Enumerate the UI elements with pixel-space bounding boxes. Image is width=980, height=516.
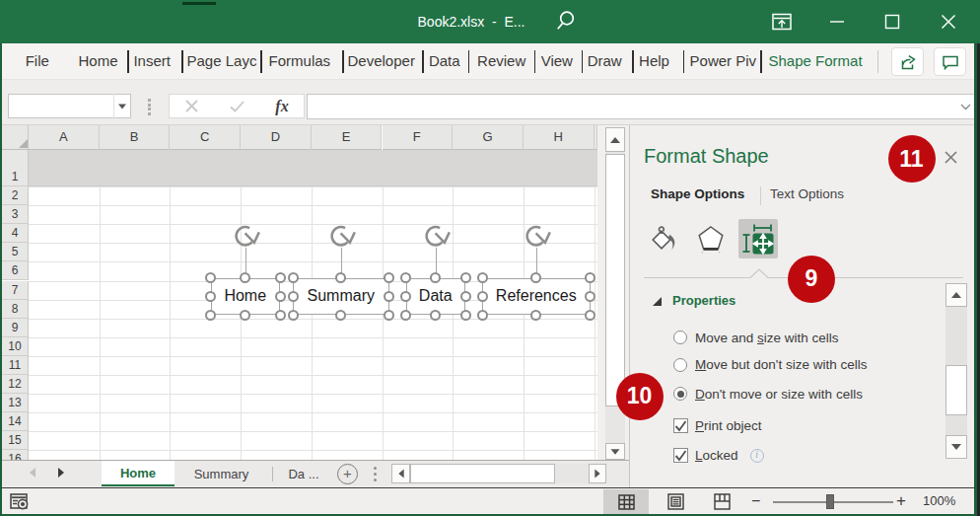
option-label[interactable]: Move and size with cells (695, 331, 839, 345)
minimize-icon[interactable] (814, 0, 860, 43)
row-header-15[interactable]: 15 (2, 431, 29, 450)
row-header-9[interactable]: 9 (2, 319, 29, 337)
properties-collapse-icon[interactable] (653, 297, 662, 306)
expand-formula-bar-icon[interactable] (954, 94, 976, 119)
row-header-7[interactable]: 7 (2, 281, 29, 300)
horizontal-scrollbar-thumb[interactable] (410, 464, 555, 483)
rotation-handle-icon[interactable] (424, 223, 452, 251)
row-header-8[interactable]: 8 (2, 300, 29, 319)
row-header-4[interactable]: 4 (2, 224, 29, 243)
option-label[interactable]: Don't move or size with cells (695, 387, 863, 402)
previous-sheet-icon[interactable] (30, 468, 35, 478)
search-icon[interactable] (542, 0, 588, 43)
insert-function-button[interactable]: fx (267, 94, 297, 118)
pane-close-icon[interactable] (943, 149, 958, 165)
pane-scroll-up-button[interactable] (945, 283, 968, 307)
macro-record-button[interactable] (10, 493, 30, 515)
fill-line-icon[interactable] (645, 219, 684, 258)
effects-icon[interactable] (691, 219, 731, 258)
column-header-e[interactable]: E (312, 125, 383, 150)
ribbon-tab-draw[interactable]: Draw (588, 43, 622, 80)
row-header-14[interactable]: 14 (2, 412, 29, 431)
row1-gray-fill[interactable] (29, 150, 597, 186)
row-header-2[interactable]: 2 (2, 186, 29, 205)
ribbon-tab-shape-format[interactable]: Shape Format (769, 43, 863, 80)
option-label[interactable]: Move but don't size with cells (695, 357, 867, 372)
selection-handle[interactable] (275, 272, 286, 283)
checkbox-print-object[interactable] (673, 418, 688, 433)
cancel-icon[interactable] (176, 94, 206, 118)
ribbon-tab-view[interactable]: View (541, 43, 573, 80)
page-layout-view-button[interactable] (653, 489, 698, 514)
new-sheet-button[interactable]: + (337, 464, 358, 484)
column-header-g[interactable]: G (453, 125, 524, 150)
scroll-left-button[interactable] (391, 464, 410, 483)
column-header-h[interactable]: H (524, 125, 595, 150)
ribbon-tab-page-layc[interactable]: Page Layc (187, 43, 257, 80)
formula-input[interactable] (307, 94, 976, 119)
selection-handle[interactable] (205, 291, 216, 302)
tab-text-options[interactable]: Text Options (770, 186, 844, 201)
sheet-tab-home[interactable]: Home (102, 461, 175, 486)
selection-handle[interactable] (335, 310, 346, 321)
vertical-scrollbar-thumb[interactable] (605, 154, 625, 406)
ribbon-display-options-icon[interactable] (759, 0, 805, 43)
radio-move-but-don-t-size-with-cells[interactable] (673, 358, 687, 372)
close-icon[interactable] (926, 0, 971, 43)
column-header-a[interactable]: A (29, 125, 100, 150)
ribbon-tab-insert[interactable]: Insert (133, 43, 171, 80)
selection-handle[interactable] (460, 291, 471, 302)
normal-view-button[interactable] (603, 489, 649, 514)
ribbon-tab-developer[interactable]: Developer (348, 43, 415, 80)
column-header-b[interactable]: B (100, 125, 171, 150)
share-button[interactable] (891, 47, 924, 76)
row-header-16[interactable]: 16 (2, 450, 29, 460)
selection-handle[interactable] (275, 291, 286, 302)
selection-handle[interactable] (477, 272, 488, 283)
selection-handle[interactable] (460, 272, 471, 283)
properties-section-title[interactable]: Properties (672, 293, 735, 308)
scroll-down-button[interactable] (605, 443, 625, 460)
selection-handle[interactable] (275, 310, 286, 321)
ribbon-tab-file[interactable]: File (26, 43, 49, 80)
column-header-d[interactable]: D (241, 125, 312, 150)
pane-scroll-down-button[interactable] (945, 435, 968, 459)
selection-handle[interactable] (585, 310, 595, 321)
selection-handle[interactable] (288, 310, 299, 321)
option-label[interactable]: Locked (695, 448, 738, 463)
selection-handle[interactable] (288, 272, 299, 283)
selection-handle[interactable] (530, 310, 541, 321)
ribbon-tab-home[interactable]: Home (79, 43, 118, 80)
scroll-up-button[interactable] (605, 127, 625, 152)
row-header-6[interactable]: 6 (2, 261, 29, 280)
ribbon-tab-review[interactable]: Review (477, 43, 525, 80)
tab-bar-resize-handle[interactable] (374, 467, 377, 484)
selection-handle[interactable] (400, 272, 411, 283)
selection-handle[interactable] (240, 310, 250, 321)
sheet-tab-da-[interactable]: Da ... (273, 461, 334, 486)
ribbon-tab-power-piv[interactable]: Power Piv (690, 43, 757, 80)
formula-bar-resize-handle[interactable] (148, 99, 152, 116)
pane-scrollbar-thumb[interactable] (945, 365, 968, 415)
select-all-button[interactable] (2, 125, 29, 150)
enter-icon[interactable] (222, 94, 251, 118)
titlebar[interactable]: Book2.xlsx - E... (0, 0, 980, 43)
row-header-1[interactable]: 1 (2, 150, 29, 186)
selection-handle[interactable] (430, 310, 441, 321)
comments-button[interactable] (934, 47, 966, 76)
rotation-handle-icon[interactable] (525, 223, 552, 251)
row-header-5[interactable]: 5 (2, 243, 29, 261)
selection-handle[interactable] (460, 310, 471, 321)
maximize-icon[interactable] (870, 0, 915, 43)
selection-handle[interactable] (400, 310, 411, 321)
radio-move-and-size-with-cells[interactable] (673, 331, 687, 344)
page-break-preview-button[interactable] (699, 489, 744, 514)
row-header-3[interactable]: 3 (2, 205, 29, 224)
radio-don-t-move-or-size-with-cells[interactable] (673, 387, 687, 401)
scroll-right-button[interactable] (589, 464, 606, 483)
row-header-12[interactable]: 12 (2, 375, 29, 394)
selection-handle[interactable] (384, 272, 394, 283)
spreadsheet-grid[interactable]: ABCDEFGH 12345678910111213141516 HomeSum… (2, 125, 597, 460)
info-icon[interactable]: i (750, 449, 764, 463)
selection-handle[interactable] (477, 310, 488, 321)
